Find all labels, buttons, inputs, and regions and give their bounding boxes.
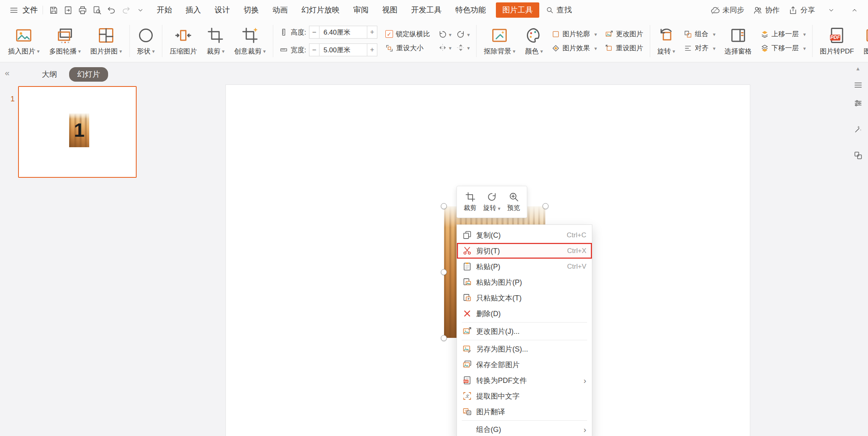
- rotate-left-button[interactable]: [438, 30, 452, 39]
- width-plus-button[interactable]: +: [367, 43, 377, 56]
- flip-horizontal-button[interactable]: [438, 43, 452, 52]
- share-button[interactable]: 分享: [788, 5, 815, 15]
- multi-carousel-button[interactable]: 多图轮播: [45, 22, 86, 60]
- resize-handle-top-right[interactable]: [542, 203, 549, 209]
- context-menu-item-paste[interactable]: 粘贴(P)Ctrl+V: [457, 259, 592, 274]
- find-button[interactable]: 查找: [546, 5, 572, 15]
- align-button[interactable]: 对齐: [684, 43, 716, 53]
- context-menu-item-change-picture[interactable]: 更改图片(J)...: [457, 323, 592, 339]
- picture-collage-icon: [97, 27, 115, 44]
- sync-status[interactable]: 未同步: [710, 5, 744, 15]
- context-menu-item-cut[interactable]: 剪切(T)Ctrl+X: [457, 243, 592, 259]
- print-button[interactable]: [75, 3, 90, 17]
- dropdown-caret-icon: [539, 47, 543, 55]
- context-menu-item-save-all-pictures[interactable]: 保存全部图片: [457, 357, 592, 372]
- picture-outline-button[interactable]: 图片轮廓: [552, 29, 597, 39]
- context-menu-item-copy[interactable]: 复制(C)Ctrl+C: [457, 227, 592, 243]
- shapes-button[interactable]: 形状: [132, 22, 160, 60]
- save-button[interactable]: [46, 3, 61, 17]
- adjust-properties-icon[interactable]: [854, 99, 863, 108]
- scroll-up-icon[interactable]: [856, 66, 861, 72]
- height-value[interactable]: 6.40厘米: [319, 26, 367, 39]
- insert-picture-icon: [15, 27, 33, 44]
- float-crop-button[interactable]: 裁剪: [459, 191, 481, 212]
- menu-tab-animation[interactable]: 动画: [266, 2, 295, 18]
- context-menu-item-convert-to-pdf[interactable]: PDF转换为PDF文件›: [457, 372, 592, 388]
- rotate-button[interactable]: 旋转: [653, 22, 680, 60]
- change-picture-button[interactable]: 更改图片: [605, 29, 643, 39]
- height-minus-button[interactable]: −: [309, 26, 319, 39]
- picture-to-pdf-button[interactable]: PDF 图片转PDF: [815, 22, 859, 60]
- file-menu[interactable]: 文件: [23, 5, 38, 15]
- collapse-panel-icon[interactable]: [5, 68, 10, 78]
- menu-tab-slideshow[interactable]: 幻灯片放映: [295, 2, 346, 18]
- resize-handle-top-left[interactable]: [441, 203, 447, 209]
- picture-effects-button[interactable]: 图片效果: [552, 43, 597, 53]
- bring-forward-button[interactable]: 上移一层: [761, 29, 806, 39]
- menu-tab-transition[interactable]: 切换: [237, 2, 266, 18]
- smart-beautify-icon[interactable]: [854, 125, 863, 134]
- resize-handle-bottom-left[interactable]: [441, 335, 447, 341]
- resources-icon[interactable]: [854, 151, 863, 160]
- context-menu-item-extract-text[interactable]: 文提取图中文字: [457, 388, 592, 404]
- remove-background-button[interactable]: 抠除背景: [479, 22, 520, 60]
- selection-pane-button[interactable]: 选择窗格: [720, 22, 757, 60]
- picture-effects-icon: [552, 44, 560, 52]
- rotate-right-button[interactable]: [456, 30, 470, 39]
- crop-button[interactable]: 裁剪: [202, 22, 229, 60]
- context-menu-item-picture-translate[interactable]: 文A图片翻译: [457, 404, 592, 420]
- context-menu-item-paste-as-picture[interactable]: 粘贴为图片(P): [457, 274, 592, 290]
- more-dropdown[interactable]: [824, 3, 838, 17]
- menu-tab-home[interactable]: 开始: [150, 2, 179, 18]
- reset-picture-button[interactable]: 重设图片: [605, 43, 643, 53]
- slide-thumbnail[interactable]: 1: [18, 86, 137, 178]
- menu-tab-insert[interactable]: 插入: [179, 2, 208, 18]
- context-menu-item-paste-text-only[interactable]: T只粘贴文本(T): [457, 290, 592, 306]
- float-rotate-button[interactable]: 旋转: [481, 191, 503, 212]
- resize-handle-mid-left[interactable]: [441, 269, 447, 275]
- task-pane-menu-icon[interactable]: [854, 80, 863, 90]
- flip-vertical-button[interactable]: [456, 43, 470, 52]
- tab-slides[interactable]: 幻灯片: [69, 67, 108, 82]
- export-button[interactable]: [61, 3, 75, 17]
- width-value[interactable]: 5.00厘米: [319, 43, 367, 56]
- print-preview-button[interactable]: [90, 3, 104, 17]
- context-menu-item-save-as-picture[interactable]: 另存为图片(S)...: [457, 341, 592, 357]
- lock-aspect-checkbox[interactable]: ✓ 锁定纵横比: [385, 29, 430, 39]
- collaborate-button[interactable]: 协作: [753, 5, 780, 15]
- group-icon: [684, 30, 692, 38]
- menu-tab-design[interactable]: 设计: [208, 2, 237, 18]
- float-preview-button[interactable]: 预览: [503, 191, 524, 212]
- menu-tab-devtools[interactable]: 开发工具: [404, 2, 448, 18]
- main-menu-button[interactable]: [6, 3, 21, 17]
- context-menu-item-group[interactable]: 组合(G)›: [457, 422, 592, 436]
- context-menu-shortcut: Ctrl+X: [567, 247, 586, 255]
- insert-picture-button[interactable]: 插入图片: [3, 22, 45, 60]
- save-icon: [49, 6, 58, 15]
- convert-to-pdf-icon: PDF: [463, 376, 472, 385]
- dropdown-caret-icon: [118, 47, 122, 55]
- height-plus-button[interactable]: +: [367, 26, 377, 39]
- compress-picture-button[interactable]: 压缩图片: [165, 22, 202, 60]
- tab-outline[interactable]: 大纲: [42, 69, 57, 80]
- context-menu-label: 保存全部图片: [476, 360, 582, 370]
- collapse-ribbon-button[interactable]: [847, 3, 862, 17]
- reset-size-button[interactable]: 重设大小: [385, 43, 430, 53]
- tab-picture-tools[interactable]: 图片工具: [496, 2, 539, 18]
- picture-convert-button[interactable]: 图片转: [859, 22, 868, 60]
- menu-tab-features[interactable]: 特色功能: [448, 2, 493, 18]
- change-picture-icon: [605, 30, 613, 38]
- creative-crop-button[interactable]: 创意裁剪: [229, 22, 271, 60]
- context-menu-item-delete[interactable]: 删除(D): [457, 306, 592, 321]
- crop-icon: [465, 191, 476, 202]
- color-button[interactable]: 颜色: [520, 22, 548, 60]
- redo-button[interactable]: [119, 3, 133, 17]
- menu-tab-view[interactable]: 视图: [375, 2, 404, 18]
- width-minus-button[interactable]: −: [309, 43, 319, 56]
- menu-tab-review[interactable]: 审阅: [346, 2, 375, 18]
- quick-toolbar-dropdown[interactable]: [133, 3, 147, 17]
- send-backward-button[interactable]: 下移一层: [761, 43, 806, 53]
- undo-button[interactable]: [104, 3, 119, 17]
- group-button[interactable]: 组合: [684, 29, 716, 39]
- picture-collage-button[interactable]: 图片拼图: [86, 22, 127, 60]
